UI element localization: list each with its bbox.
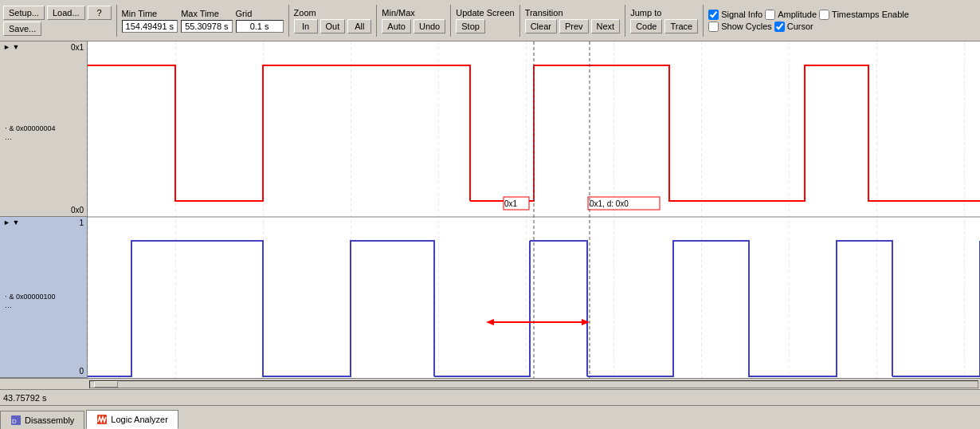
transition-label: Transition xyxy=(525,8,563,18)
signal1-top-val: 0x1 xyxy=(71,43,84,52)
zoom-label: Zoom xyxy=(294,8,316,18)
sep5 xyxy=(519,5,520,37)
zoom-group: Zoom In Out All xyxy=(294,8,372,33)
signal-info-label: Signal Info xyxy=(721,10,762,19)
jump-to-group: Jump to Code Trace xyxy=(630,8,698,33)
tab-disassembly[interactable]: D Disassembly xyxy=(0,411,84,429)
stop-button[interactable]: Stop xyxy=(456,19,485,33)
tab-logic-analyzer[interactable]: Logic Analyzer xyxy=(86,410,178,429)
clear-button[interactable]: Clear xyxy=(525,19,557,33)
jump-to-label: Jump to xyxy=(630,8,661,18)
minmax-label: Min/Max xyxy=(382,8,415,18)
signal2-expand[interactable]: ► ▼ xyxy=(3,218,84,226)
auto-button[interactable]: Auto xyxy=(382,19,411,33)
sep6 xyxy=(625,5,625,37)
svg-text:D: D xyxy=(12,418,17,425)
help-button[interactable]: ? xyxy=(88,6,112,20)
show-cycles-group: Show Cycles xyxy=(708,22,772,32)
load-button[interactable]: Load... xyxy=(47,6,85,20)
label-panel: ► ▼ 0x1 ‧ & 0x00000004… 0x0 ► ▼ 1 ‧ & 0x… xyxy=(0,41,88,378)
signal1-label: ► ▼ 0x1 ‧ & 0x00000004… 0x0 xyxy=(0,41,87,217)
sep7 xyxy=(703,5,704,37)
signal2-label: ► ▼ 1 ‧ & 0x00000100… 0 xyxy=(0,217,87,378)
show-cycles-label: Show Cycles xyxy=(721,22,772,31)
file-buttons: Setup... Load... ? Save... xyxy=(3,6,112,36)
grid-value: 0.1 s xyxy=(236,20,284,33)
signal1-name: ‧ & 0x00000004… xyxy=(5,124,56,142)
tab-logic-analyzer-label: Logic Analyzer xyxy=(111,415,168,424)
grid-display: Grid 0.1 s xyxy=(236,9,284,33)
waveform-svg: 0x1 0x1, d: 0x0 xyxy=(88,41,980,378)
signal-info-group: Signal Info xyxy=(708,10,762,20)
transition-group: Transition Clear Prev Next xyxy=(525,8,621,33)
min-time-value: 154.49491 s xyxy=(122,20,178,33)
code-button[interactable]: Code xyxy=(630,19,662,33)
sig1-annot1: 0x1 xyxy=(504,199,518,208)
signal-info-checkbox[interactable] xyxy=(708,10,719,20)
tab-disassembly-label: Disassembly xyxy=(25,415,74,425)
amplitude-group: Amplitude xyxy=(765,10,817,20)
timestamps-checkbox[interactable] xyxy=(819,10,829,20)
amplitude-checkbox[interactable] xyxy=(765,10,775,20)
signal2-bot-val: 0 xyxy=(79,367,84,376)
time-display: Min Time 154.49491 s xyxy=(122,9,178,33)
sep2 xyxy=(288,5,289,37)
options-group: Signal Info Amplitude Timestamps Enable … xyxy=(708,10,909,32)
time-value: 43.75792 s xyxy=(3,393,46,403)
min-time-label: Min Time xyxy=(122,9,158,18)
save-button[interactable]: Save... xyxy=(3,22,41,36)
setup-button[interactable]: Setup... xyxy=(3,6,45,20)
scrollbar-thumb[interactable] xyxy=(94,381,118,388)
scrollbar-track[interactable] xyxy=(89,380,978,388)
show-cycles-checkbox[interactable] xyxy=(708,22,719,32)
update-screen-group: Update Screen Stop xyxy=(456,8,514,33)
cursor-group: Cursor xyxy=(774,22,813,32)
signal-area: ► ▼ 0x1 ‧ & 0x00000004… 0x0 ► ▼ 1 ‧ & 0x… xyxy=(0,41,980,405)
next-button[interactable]: Next xyxy=(591,19,621,33)
trace-button[interactable]: Trace xyxy=(664,19,698,33)
cursor-label: Cursor xyxy=(787,22,813,31)
grid-label: Grid xyxy=(236,9,253,18)
timestamps-label: Timestamps Enable xyxy=(832,10,909,19)
signal2-name: ‧ & 0x00000100… xyxy=(5,293,56,310)
zoom-all-button[interactable]: All xyxy=(347,19,371,33)
max-time-display: Max Time 55.30978 s xyxy=(181,9,232,33)
update-screen-label: Update Screen xyxy=(456,8,514,18)
timestamps-group: Timestamps Enable xyxy=(819,10,909,20)
sep3 xyxy=(376,5,377,37)
undo-button[interactable]: Undo xyxy=(414,19,445,33)
zoom-in-button[interactable]: In xyxy=(294,19,318,33)
toolbar: Setup... Load... ? Save... Min Time 154.… xyxy=(0,0,980,41)
sig1-annot2: 0x1, d: 0x0 xyxy=(590,199,629,208)
sep4 xyxy=(450,5,451,37)
max-time-value: 55.30978 s xyxy=(181,20,232,33)
amplitude-label: Amplitude xyxy=(778,10,817,19)
logic-analyzer-icon xyxy=(96,414,108,425)
cursor-checkbox[interactable] xyxy=(774,22,785,32)
disassembly-icon: D xyxy=(10,415,22,426)
horizontal-scrollbar[interactable] xyxy=(0,378,980,389)
minmax-group: Min/Max Auto Undo xyxy=(382,8,445,33)
signal1-bot-val: 0x0 xyxy=(71,206,84,214)
max-time-label: Max Time xyxy=(181,9,219,18)
waveform-area[interactable]: 0x1 0x1, d: 0x0 xyxy=(88,41,980,378)
signal2-top-val: 1 xyxy=(79,218,84,227)
prev-button[interactable]: Prev xyxy=(559,19,589,33)
sep1 xyxy=(116,5,117,37)
zoom-out-button[interactable]: Out xyxy=(320,19,346,33)
time-label-row: 43.75792 s xyxy=(0,389,980,405)
tabbar: D Disassembly Logic Analyzer xyxy=(0,405,980,429)
